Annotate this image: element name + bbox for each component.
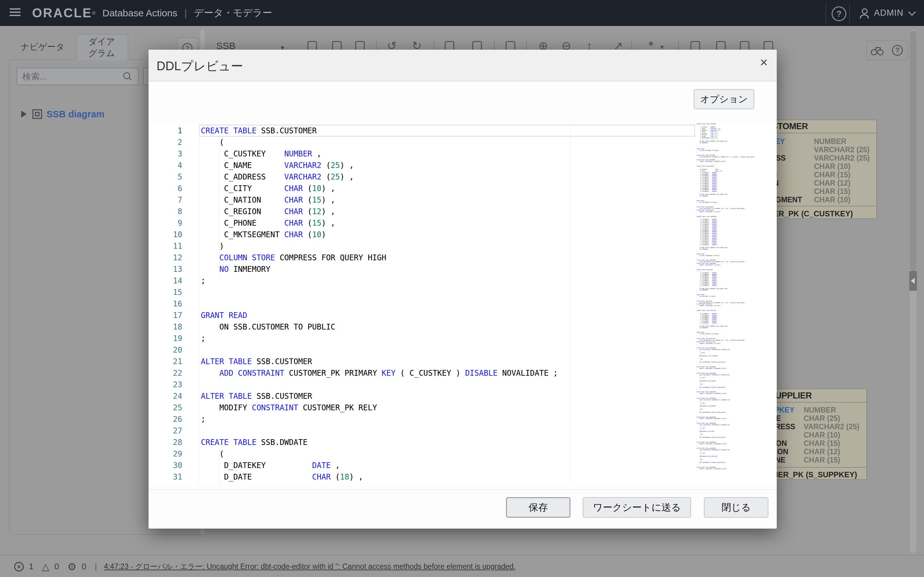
ddl-code-editor[interactable]: 1234567891011121314151617181920212223242… <box>149 123 777 483</box>
global-error-log-link[interactable]: 4:47:23 - グローバル・エラー: Uncaught Error: dbt… <box>104 562 515 572</box>
minimap[interactable]: CREATE TABLE SSB.CUSTOMER ( C_CUSTKEY NU… <box>696 123 772 483</box>
close-icon[interactable]: × <box>760 55 768 70</box>
line-number: 30 <box>158 460 182 471</box>
find-icon[interactable] <box>871 45 884 55</box>
warning-count: 0 <box>55 562 59 572</box>
job-count: 0 <box>82 562 86 572</box>
line-number: 22 <box>158 367 182 379</box>
indent-guide <box>219 218 220 229</box>
code-line: NO INMEMORY <box>201 263 270 275</box>
indent-guide <box>219 183 220 194</box>
code-line: D_DATE CHAR (18) , <box>201 471 363 483</box>
brand: ORACLE ® Database Actions | データ・モデラー <box>32 0 272 26</box>
code-line: ; <box>201 275 205 287</box>
minimap-line <box>696 472 772 473</box>
indent-guide <box>219 171 220 183</box>
line-number: 3 <box>158 148 182 160</box>
code-line: CREATE TABLE SSB.DWDATE <box>201 437 307 448</box>
code-line: D_DATEKEY DATE , <box>201 460 340 471</box>
warning-icon[interactable]: △ <box>42 562 49 572</box>
line-number: 24 <box>158 390 182 402</box>
line-number: 2 <box>158 137 182 148</box>
line-number: 23 <box>158 379 182 390</box>
code-line: CREATE TABLE SSB.CUSTOMER <box>201 125 317 137</box>
canvas-tools: ? <box>866 40 908 60</box>
indent-guide <box>219 402 220 414</box>
collapse-panel-handle[interactable] <box>909 271 917 291</box>
indent-guide <box>219 229 220 240</box>
code-line: MODIFY CONSTRAINT CUSTOMER_PK RELY <box>201 402 377 414</box>
tab-diagram[interactable]: ダイアグラム <box>76 34 128 60</box>
user-icon <box>859 8 869 19</box>
line-number: 17 <box>158 309 182 321</box>
diagram-icon <box>32 109 42 119</box>
indent-guide <box>219 471 220 483</box>
status-bar: × 1 △ 0 ⚙ 0 | 4:47:23 - グローバル・エラー: Uncau… <box>0 555 924 577</box>
code-line: COLUMN STORE COMPRESS FOR QUERY HIGH <box>201 252 386 263</box>
code-line: C_NATION CHAR (15) , <box>201 194 335 206</box>
line-number: 6 <box>158 183 182 194</box>
indent-guide <box>219 206 220 218</box>
code-line: C_ADDRESS VARCHAR2 (25) , <box>201 171 354 183</box>
code-line: GRANT READ <box>201 309 247 321</box>
indent-guide <box>219 321 220 333</box>
indent-guide <box>219 252 220 263</box>
line-number: 27 <box>158 425 182 437</box>
line-number: 4 <box>158 160 182 171</box>
code-line: C_PHONE CHAR (15) , <box>201 218 335 229</box>
line-number: 25 <box>158 402 182 414</box>
header-divider <box>825 3 826 23</box>
search-icon <box>123 72 130 79</box>
code-line: C_CITY CHAR (10) , <box>201 183 335 194</box>
error-count-icon[interactable]: × <box>14 562 24 572</box>
registered-mark: ® <box>92 8 95 18</box>
status-divider: | <box>95 562 97 572</box>
user-menu[interactable]: ADMIN <box>859 0 915 26</box>
hamburger-menu-icon[interactable] <box>10 8 21 17</box>
header-divider <box>849 3 850 23</box>
line-number: 10 <box>158 229 182 240</box>
line-number: 8 <box>158 206 182 218</box>
code-line: ( <box>201 137 224 148</box>
footer-separator <box>149 490 777 490</box>
save-button[interactable]: 保存 <box>506 497 570 518</box>
dialog-header: DDLプレビュー × <box>149 50 777 81</box>
chevron-left-icon <box>911 278 915 284</box>
line-number: 1 <box>158 125 182 137</box>
screen: ORACLE ® Database Actions | データ・モデラー ? A… <box>0 0 924 577</box>
tab-navigator[interactable]: ナビゲータ <box>9 34 76 60</box>
line-number: 16 <box>158 298 182 309</box>
line-number: 13 <box>158 263 182 275</box>
close-button[interactable]: 閉じる <box>704 497 768 518</box>
canvas-scrollbar-thumb[interactable] <box>910 31 916 271</box>
title-separator: | <box>184 8 187 19</box>
ddl-preview-dialog: DDLプレビュー × オプション 12345678910111213141516… <box>149 50 777 529</box>
line-number: 7 <box>158 194 182 206</box>
help-icon[interactable]: ? <box>832 6 846 21</box>
options-button[interactable]: オプション <box>694 89 754 109</box>
expand-arrow-icon[interactable] <box>21 111 27 118</box>
jobs-gear-icon[interactable]: ⚙ <box>67 562 77 572</box>
indent-guide <box>219 263 220 275</box>
indent-guide <box>219 240 220 252</box>
line-number: 15 <box>158 287 182 298</box>
code-line: ON SSB.CUSTOMER TO PUBLIC <box>201 321 335 333</box>
help-icon[interactable]: ? <box>892 45 903 56</box>
code-line: C_MKTSEGMENT CHAR (10) <box>201 229 326 240</box>
line-number: 11 <box>158 240 182 252</box>
code-line: ALTER TABLE SSB.CUSTOMER <box>201 356 312 367</box>
tree-item-ssb-diagram[interactable]: SSB diagram <box>21 107 105 121</box>
indent-guide <box>219 137 220 148</box>
page-title: データ・モデラー <box>194 6 272 19</box>
line-number: 18 <box>158 321 182 333</box>
search-input[interactable] <box>22 69 123 84</box>
code-line: C_NAME VARCHAR2 (25) , <box>201 160 354 171</box>
send-to-worksheet-button[interactable]: ワークシートに送る <box>583 497 691 518</box>
line-number: 14 <box>158 275 182 287</box>
tree-item-label: SSB diagram <box>47 109 105 119</box>
line-number: 5 <box>158 171 182 183</box>
line-number: 20 <box>158 344 182 356</box>
app-name: Database Actions <box>102 8 177 19</box>
error-count: 1 <box>29 562 33 572</box>
indent-guide <box>219 194 220 206</box>
